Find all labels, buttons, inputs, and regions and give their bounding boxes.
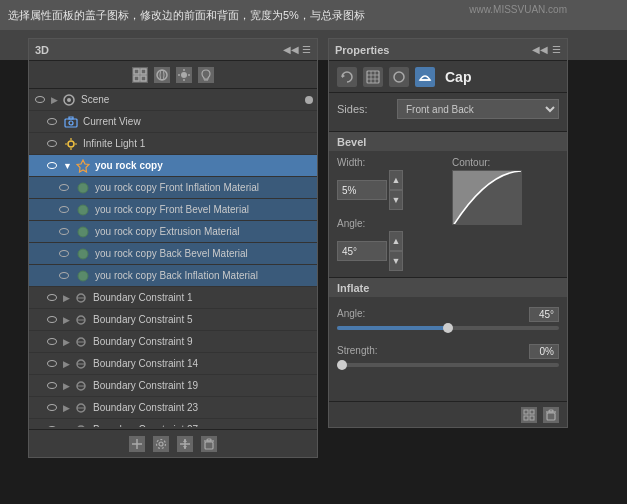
icon-mat-5: [75, 268, 91, 284]
expand-scene[interactable]: ▶: [51, 95, 58, 105]
sides-select[interactable]: Front and BackFrontBackNone: [397, 99, 559, 119]
icon-sun: [63, 136, 79, 152]
list-item-infinite-light[interactable]: Infinite Light 1: [29, 133, 317, 155]
list-item-back-inflation[interactable]: you rock copy Back Inflation Material: [29, 265, 317, 287]
list-item-scene[interactable]: ▶ Scene: [29, 89, 317, 111]
list-item-current-view[interactable]: Current View: [29, 111, 317, 133]
toolbar-bulb-icon[interactable]: [198, 67, 214, 83]
eye-boundary-14[interactable]: [45, 357, 59, 371]
eye-boundary-1[interactable]: [45, 291, 59, 305]
eye-boundary-23[interactable]: [45, 401, 59, 415]
props-footer-trash-icon[interactable]: [543, 407, 559, 423]
inflate-strength-value: 0%: [529, 344, 559, 359]
width-up-btn[interactable]: ▲: [389, 170, 403, 190]
panel-3d-header: 3D ◀◀ ☰: [29, 39, 317, 61]
eye-back-inflation[interactable]: [57, 269, 71, 283]
list-item-boundary-5[interactable]: ▶ Boundary Constraint 5: [29, 309, 317, 331]
props-mesh-icon[interactable]: [363, 67, 383, 87]
props-toolbar: Cap: [329, 61, 567, 93]
expand-boundary-27[interactable]: ▶: [63, 425, 70, 428]
svg-rect-55: [207, 439, 211, 441]
eye-scene[interactable]: [33, 93, 47, 107]
expand-you-rock-copy[interactable]: ▼: [63, 161, 72, 171]
svg-point-4: [157, 70, 167, 80]
eye-infinite-light[interactable]: [45, 137, 59, 151]
inflate-strength-slider[interactable]: [337, 363, 559, 367]
expand-boundary-14[interactable]: ▶: [63, 359, 70, 369]
scroll-indicator: [305, 96, 313, 104]
icon-boundary-14: [73, 356, 89, 372]
icon-mat-3: [75, 224, 91, 240]
width-label: Width:: [337, 157, 444, 168]
expand-boundary-5[interactable]: ▶: [63, 315, 70, 325]
width-down-btn[interactable]: ▼: [389, 190, 403, 210]
expand-boundary-19[interactable]: ▶: [63, 381, 70, 391]
eye-back-bevel[interactable]: [57, 247, 71, 261]
expand-boundary-23[interactable]: ▶: [63, 403, 70, 413]
list-item-back-bevel[interactable]: you rock copy Back Bevel Material: [29, 243, 317, 265]
label-front-inflation: you rock copy Front Inflation Material: [95, 182, 259, 193]
eye-front-inflation[interactable]: [57, 181, 71, 195]
bevel-right: Contour:: [452, 157, 559, 271]
inflate-strength-thumb[interactable]: [337, 360, 347, 370]
width-value[interactable]: 5%: [337, 180, 387, 200]
props-collapse-icon[interactable]: ◀◀: [532, 44, 548, 55]
icon-boundary-9: [73, 334, 89, 350]
inflate-angle-slider[interactable]: [337, 326, 559, 330]
list-item-boundary-9[interactable]: ▶ Boundary Constraint 9: [29, 331, 317, 353]
eye-boundary-9[interactable]: [45, 335, 59, 349]
eye-boundary-5[interactable]: [45, 313, 59, 327]
list-item-you-rock-copy[interactable]: ▼ you rock copy: [29, 155, 317, 177]
list-item-boundary-23[interactable]: ▶ Boundary Constraint 23: [29, 397, 317, 419]
list-item-front-inflation[interactable]: you rock copy Front Inflation Material: [29, 177, 317, 199]
list-item-extrusion[interactable]: you rock copy Extrusion Material: [29, 221, 317, 243]
contour-preview[interactable]: [452, 170, 522, 225]
inflate-angle-thumb[interactable]: [443, 323, 453, 333]
toolbar-mesh-icon[interactable]: [154, 67, 170, 83]
expand-boundary-9[interactable]: ▶: [63, 337, 70, 347]
toolbar-grid-icon[interactable]: [132, 67, 148, 83]
svg-point-23: [78, 183, 88, 193]
svg-point-13: [67, 98, 71, 102]
bevel-left: Width: 5% ▲ ▼ Angle: 45° ▲ ▼: [337, 157, 444, 271]
angle-down-btn[interactable]: ▼: [389, 251, 403, 271]
angle-up-btn[interactable]: ▲: [389, 231, 403, 251]
props-footer-grid-icon[interactable]: [521, 407, 537, 423]
svg-rect-3: [141, 76, 146, 81]
props-controls: ◀◀ ☰: [532, 44, 561, 55]
footer-move-icon[interactable]: [177, 436, 193, 452]
panel-menu-icon[interactable]: ☰: [302, 44, 311, 55]
footer-add-icon[interactable]: [129, 436, 145, 452]
label-boundary-5: Boundary Constraint 5: [93, 314, 193, 325]
icon-mat-4: [75, 246, 91, 262]
props-title: Properties: [335, 44, 389, 56]
icon-boundary-27: [73, 422, 89, 428]
eye-you-rock-copy[interactable]: [45, 159, 59, 173]
collapse-icon[interactable]: ◀◀: [283, 44, 299, 55]
props-rotate-icon[interactable]: [337, 67, 357, 87]
inflate-strength-header: Strength: 0%: [337, 344, 559, 359]
footer-trash-icon[interactable]: [201, 436, 217, 452]
eye-front-bevel[interactable]: [57, 203, 71, 217]
expand-boundary-1[interactable]: ▶: [63, 293, 70, 303]
eye-extrusion[interactable]: [57, 225, 71, 239]
list-item-boundary-1[interactable]: ▶ Boundary Constraint 1: [29, 287, 317, 309]
angle-value[interactable]: 45°: [337, 241, 387, 261]
list-item-front-bevel[interactable]: you rock copy Front Bevel Material: [29, 199, 317, 221]
props-menu-icon[interactable]: ☰: [552, 44, 561, 55]
props-sphere-icon[interactable]: [389, 67, 409, 87]
list-item-boundary-19[interactable]: ▶ Boundary Constraint 19: [29, 375, 317, 397]
props-cap-icon[interactable]: [415, 67, 435, 87]
svg-point-27: [78, 271, 88, 281]
eye-current-view[interactable]: [45, 115, 59, 129]
svg-point-25: [78, 227, 88, 237]
sides-row: Sides: Front and BackFrontBackNone: [337, 99, 559, 119]
eye-boundary-19[interactable]: [45, 379, 59, 393]
eye-boundary-27[interactable]: [45, 423, 59, 428]
svg-point-48: [157, 439, 166, 448]
svg-marker-15: [69, 117, 73, 119]
list-item-boundary-14[interactable]: ▶ Boundary Constraint 14: [29, 353, 317, 375]
footer-settings-icon[interactable]: [153, 436, 169, 452]
list-item-boundary-27[interactable]: ▶ Boundary Constraint 27: [29, 419, 317, 427]
toolbar-light-icon[interactable]: [176, 67, 192, 83]
